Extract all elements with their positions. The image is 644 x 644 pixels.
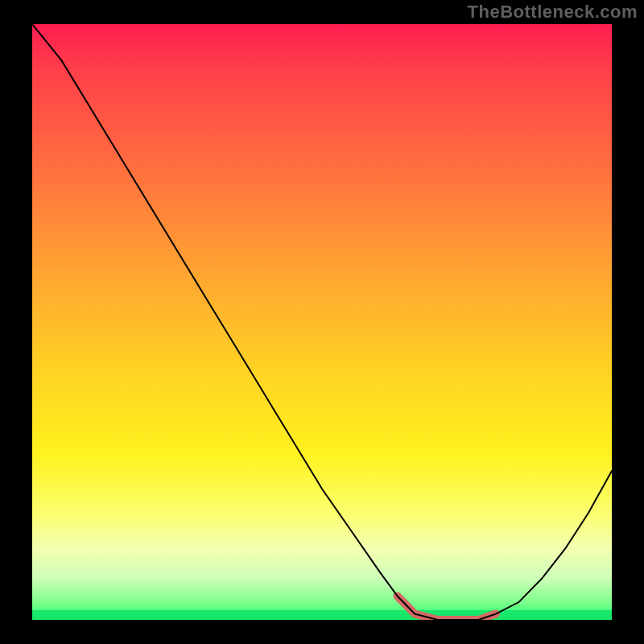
plot-area [32,24,612,620]
optimal-range-highlight [398,596,496,620]
attribution-text: TheBottleneck.com [468,2,638,23]
curve-svg [32,24,612,620]
bottleneck-curve [32,24,612,620]
chart-stage: TheBottleneck.com [0,0,644,644]
